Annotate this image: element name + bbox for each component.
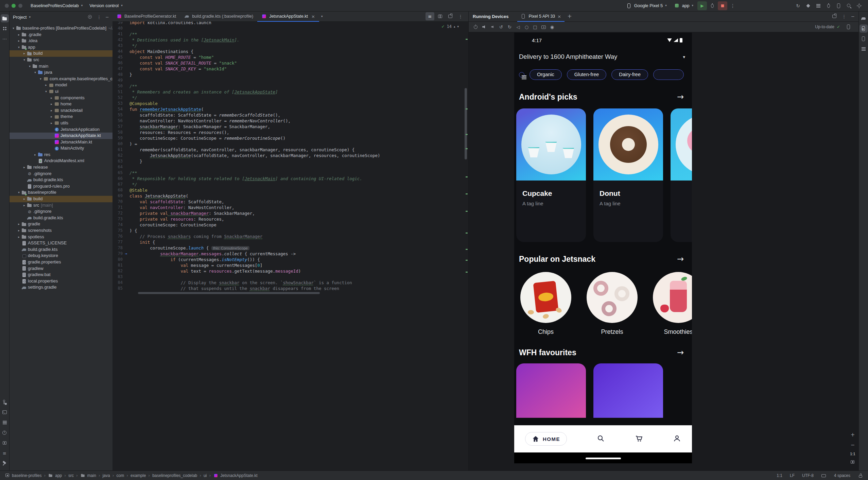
tree-item[interactable]: ▸.gradle (10, 32, 112, 38)
code-line[interactable]: 73 private val resources: Resources, (112, 216, 464, 222)
code-line[interactable]: 43 */ (112, 43, 464, 49)
chevron-right-icon[interactable]: ▸ (16, 234, 21, 240)
tree-item[interactable]: ▸screenshots (10, 227, 112, 234)
tree-item[interactable]: ▾src (10, 57, 112, 63)
next-problem-icon[interactable]: ▾ (457, 25, 459, 28)
tree-item[interactable]: .gitignore (10, 208, 112, 215)
window-minimize-button[interactable] (18, 4, 22, 8)
project-panel-title[interactable]: Project (13, 15, 27, 20)
tree-item[interactable]: ▸build (10, 196, 112, 202)
code-line[interactable]: 62 JetsnackAppState(scaffoldState, navCo… (112, 153, 464, 158)
arrow-right-icon[interactable]: → (677, 93, 684, 101)
toolbar-button[interactable] (834, 1, 844, 10)
emulator-toolbar-button[interactable]: ◁ (514, 23, 522, 31)
more-vertical-icon[interactable]: ⋮ (842, 14, 846, 19)
horizontal-scrollbar[interactable] (138, 292, 320, 294)
tree-item[interactable]: ▸home (10, 101, 112, 107)
tool-strip-button[interactable] (1, 429, 9, 437)
keyboard-icon[interactable] (821, 473, 827, 478)
run-button[interactable]: ▶ (697, 1, 707, 10)
editor-tab[interactable]: build.gradle.kts (:baselineprofile) (180, 11, 257, 21)
chevron-down-icon[interactable]: ▾ (29, 16, 31, 19)
toolbar-button[interactable] (793, 1, 803, 10)
chevron-right-icon[interactable]: ▸ (49, 101, 54, 107)
chevron-down-icon[interactable]: ▾ (22, 57, 27, 63)
device-selector[interactable]: Google Pixel 5 ▾ (623, 2, 670, 10)
code-line[interactable]: 72 private val snackbarManager: Snackbar… (112, 210, 464, 216)
tree-item[interactable]: ▸.idea (10, 38, 112, 44)
zoom-in-button[interactable]: + (849, 431, 856, 438)
tree-item[interactable]: ▸snackdetail (10, 107, 112, 114)
emulator-toolbar-button[interactable]: ◉ (548, 23, 556, 31)
tree-item[interactable]: ▾com.example.baselineprofiles_codelab (10, 76, 112, 82)
chevron-right-icon[interactable]: ▸ (49, 120, 54, 126)
arrow-right-icon[interactable]: → (677, 255, 684, 263)
code-line[interactable]: 54fun rememberJetsnackAppState( (112, 106, 464, 112)
tree-item[interactable]: debug.keystore (10, 253, 112, 259)
tree-item[interactable]: ▸theme (10, 114, 112, 120)
tool-strip-button[interactable] (860, 24, 868, 33)
code-line[interactable]: 63 } (112, 158, 464, 164)
tree-item[interactable]: ▸res (10, 152, 112, 158)
wfh-card[interactable] (593, 363, 663, 418)
code-line[interactable]: 58 resources: Resources = resources(), (112, 130, 464, 135)
tree-item[interactable]: JetsnackMain.kt (10, 139, 112, 145)
snack-card[interactable]: CupcakeA tag line (516, 108, 586, 242)
chevron-down-icon[interactable]: ▾ (38, 76, 43, 82)
chevron-right-icon[interactable]: ▸ (22, 202, 27, 209)
code-line[interactable]: 44object MainDestinations { (112, 49, 464, 54)
code-line[interactable]: 57 snackbarManager: SnackbarManager = Sn… (112, 124, 464, 130)
tree-item[interactable]: ▾main (10, 63, 112, 70)
code-line[interactable]: 77 init { (112, 239, 464, 245)
toolbar-button[interactable] (824, 1, 833, 10)
popular-item[interactable]: Pretzels (587, 272, 638, 336)
tree-item[interactable]: ▾baselineprofile (10, 189, 112, 196)
chevron-down-icon[interactable]: ▾ (27, 63, 32, 70)
tool-strip-button[interactable] (860, 14, 868, 22)
filter-chip[interactable]: Gluten-free (567, 69, 607, 80)
tree-item[interactable]: JetsnackApplication (10, 126, 112, 133)
prev-problem-icon[interactable]: ▴ (454, 25, 455, 28)
breadcrumb-item[interactable]: JetsnackAppState.kt (213, 473, 257, 478)
tree-item[interactable]: ▸spotless (10, 234, 112, 240)
chevron-right-icon[interactable]: ▸ (49, 114, 54, 120)
emulator-toolbar-button[interactable]: ↻ (505, 23, 514, 31)
breadcrumb-item[interactable]: main (80, 473, 96, 478)
filter-icon[interactable] (519, 72, 524, 78)
nav-profile-item[interactable] (673, 434, 681, 444)
encoding-widget[interactable]: UTF-8 (802, 473, 814, 478)
chevron-down-icon[interactable]: ▾ (16, 44, 21, 51)
code-line[interactable]: 76 // Process snackbars coming from Snac… (112, 234, 464, 239)
toolbar-button[interactable] (814, 1, 823, 10)
tree-item[interactable]: proguard-rules.pro (10, 183, 112, 190)
tree-item[interactable]: gradlew (10, 265, 112, 272)
code-line[interactable]: 53@Composable (112, 101, 464, 106)
editor-bar-button[interactable] (446, 12, 455, 20)
snack-card[interactable] (671, 108, 692, 242)
breadcrumb-item[interactable]: java (103, 473, 110, 478)
wfh-card[interactable] (516, 363, 586, 418)
tool-strip-button[interactable] (1, 408, 9, 416)
code-line[interactable]: 40 (112, 25, 464, 31)
emulator-toolbar-button[interactable] (471, 23, 480, 31)
stop-button[interactable]: ■ (718, 1, 727, 10)
code-line[interactable]: 45 const val HOME_ROUTE = "home" (112, 54, 464, 60)
tree-item[interactable]: JetsnackAppState.kt (10, 133, 112, 139)
code-line[interactable]: 52 */ (112, 95, 464, 101)
nav-cart-item[interactable] (635, 434, 643, 444)
device-settings-icon[interactable] (846, 24, 851, 30)
zoom-level[interactable]: 1:1 (850, 452, 855, 456)
chevron-right-icon[interactable]: ▸ (16, 32, 21, 38)
tree-item[interactable]: ▸build (10, 50, 112, 57)
code-line[interactable]: 41/** (112, 31, 464, 37)
code-line[interactable]: 48} (112, 72, 464, 78)
hide-panel-icon[interactable]: − (105, 15, 109, 19)
code-line[interactable]: 51 * Remembers and creates an instance o… (112, 89, 464, 95)
editor-bar-button[interactable]: ≡ (426, 12, 434, 20)
code-line[interactable]: 78 coroutineScope.launch { this: Corouti… (112, 245, 464, 251)
editor-bar-button[interactable] (436, 12, 445, 20)
chevron-down-icon[interactable]: ▾ (16, 189, 21, 196)
editor-bar-button[interactable]: ⋮ (456, 12, 465, 20)
code-line[interactable]: 83 (112, 274, 464, 280)
inspection-widget[interactable]: ✓ 14 ▴ ▾ (441, 24, 459, 29)
